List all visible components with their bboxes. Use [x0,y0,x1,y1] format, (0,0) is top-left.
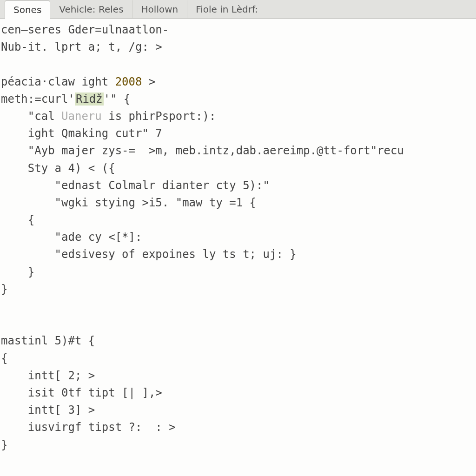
tab-label: Sones [13,4,41,15]
code-line: intt[ 3] > [1,403,95,416]
code-line: "Ayb majer zys-= >m, meb.intz,dab.aereim… [1,144,404,157]
code-number: 2008 [115,75,142,88]
code-line: cen—seres Gder=ulnaatlon- [1,23,169,36]
code-line: { [1,352,7,365]
code-line: Sty a 4) < ({ [1,162,115,175]
tab-fiole[interactable]: Fiole in Lèdrf: [187,0,267,18]
tab-label: Vehicle: Reles [59,4,123,15]
code-line: } [1,438,7,451]
code-editor[interactable]: cen—seres Gder=ulnaatlon- Nub-it. lprt a… [0,19,476,476]
tab-hollown[interactable]: Hollown [132,0,187,18]
code-line: "cal [1,110,61,123]
code-line: meth:=curl' [1,93,75,106]
code-line: iusvirgf tipst ?: : > [1,421,176,434]
code-line: Nub-it. lprt a; t, /g: > [1,40,162,53]
tab-label: Hollown [141,4,178,15]
code-line: } [1,283,7,296]
code-highlight: Ridž [75,93,104,106]
code-line: péacia·claw ight [1,75,115,88]
code-line: mastinl 5)#t { [1,334,95,347]
tab-label: Fiole in Lèdrf: [196,4,258,15]
code-line: intt[ 2; > [1,369,95,382]
code-line: ight Qmaking cutr" 7 [1,127,162,140]
code-line: "wgki stying >i5. "maw ty =1 { [1,196,256,209]
code-line: isit 0tf tipt [| ],> [1,386,162,399]
code-line: > [142,75,155,88]
code-line: } [1,265,34,278]
code-content: cen—seres Gder=ulnaatlon- Nub-it. lprt a… [0,21,476,454]
tab-sones[interactable]: Sones [5,0,50,19]
code-line: is phirPsport:): [102,110,216,123]
code-line: { [1,213,34,226]
editor-window: Sones Vehicle: Reles Hollown Fiole in Lè… [0,0,476,476]
tab-vehicle[interactable]: Vehicle: Reles [50,0,132,18]
code-line: "ade cy <[*]: [1,231,142,244]
code-line: '" { [104,93,131,106]
code-line: "ednast Colmalr dianter cty 5):" [1,179,270,192]
code-dimmed: Uaneru [61,110,102,123]
tab-bar: Sones Vehicle: Reles Hollown Fiole in Lè… [0,0,476,19]
code-line: "edsivesy of expoines ly ts t; uj: } [1,248,297,261]
